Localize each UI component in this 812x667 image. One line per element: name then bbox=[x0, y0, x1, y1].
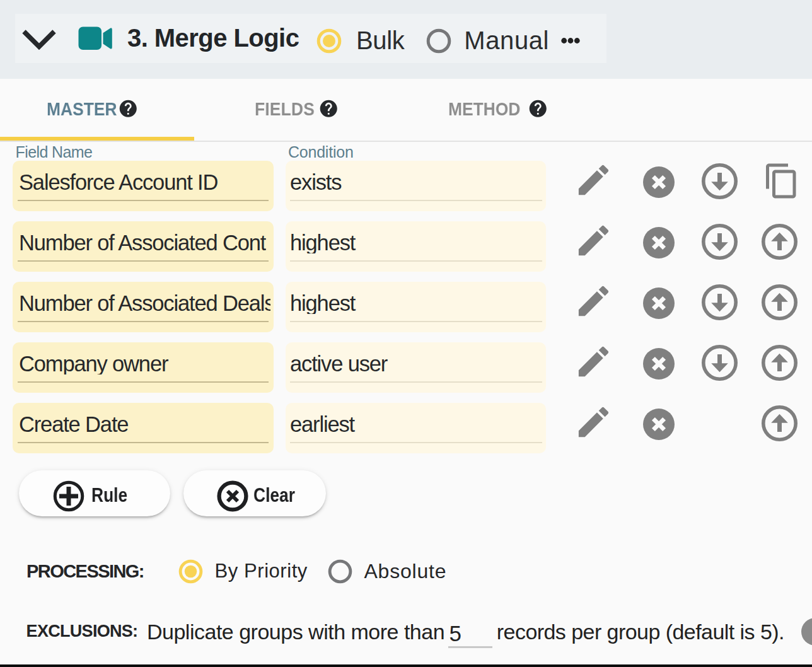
collapse-chevron-icon[interactable] bbox=[21, 29, 57, 52]
field-name-input[interactable]: Company owner bbox=[13, 342, 274, 393]
input-underline bbox=[18, 260, 269, 262]
field-name-input[interactable]: Create Date bbox=[13, 403, 274, 453]
move-rule-down-button[interactable] bbox=[702, 224, 738, 260]
edit-rule-button[interactable] bbox=[574, 221, 613, 260]
exclusions-text-before: Duplicate groups with more than bbox=[147, 621, 444, 642]
rule-row: Create Date earliest bbox=[0, 403, 812, 453]
clear-rules-label: Clear bbox=[253, 485, 295, 505]
input-underline bbox=[290, 321, 542, 322]
condition-column-label: Condition bbox=[288, 144, 354, 160]
move-rule-down-button[interactable] bbox=[702, 163, 738, 199]
bulk-radio[interactable] bbox=[316, 28, 342, 54]
input-underline bbox=[18, 381, 269, 383]
rule-row: Salesforce Account ID exists bbox=[0, 161, 812, 211]
bulk-radio-label[interactable]: Bulk bbox=[356, 28, 404, 53]
move-rule-down-button[interactable] bbox=[702, 345, 738, 381]
condition-value: earliest bbox=[290, 414, 542, 436]
tab-master-help-icon[interactable] bbox=[118, 98, 139, 119]
input-underline bbox=[290, 442, 542, 443]
condition-input[interactable]: highest bbox=[286, 282, 546, 332]
tab-method-label[interactable]: METHOD bbox=[448, 100, 520, 119]
rule-row: Number of Associated Contacts highest bbox=[0, 221, 812, 272]
move-rule-up-button[interactable] bbox=[762, 284, 798, 320]
field-name-input[interactable]: Number of Associated Contacts bbox=[13, 221, 274, 272]
rule-row: Company owner active user bbox=[0, 342, 812, 393]
input-underline bbox=[18, 442, 269, 443]
tab-bar-border bbox=[0, 141, 812, 142]
field-name-column-label: Field Name bbox=[16, 144, 93, 160]
by-priority-label[interactable]: By Priority bbox=[215, 561, 308, 581]
duplicate-rule-button[interactable] bbox=[763, 162, 801, 200]
clear-rules-button[interactable]: Clear bbox=[183, 470, 326, 516]
absolute-label[interactable]: Absolute bbox=[364, 561, 446, 581]
add-rule-button[interactable]: Rule bbox=[19, 470, 170, 516]
edit-rule-button[interactable] bbox=[574, 281, 613, 321]
field-name-value: Number of Associated Deals bbox=[19, 293, 270, 315]
exclusions-input-underline bbox=[448, 646, 492, 648]
remove-rule-button[interactable] bbox=[643, 409, 675, 440]
section-title: 3. Merge Logic bbox=[127, 25, 299, 50]
tab-method-help-icon[interactable] bbox=[528, 98, 548, 119]
tab-fields-help-icon[interactable] bbox=[318, 98, 339, 119]
remove-rule-button[interactable] bbox=[643, 166, 675, 198]
field-name-value: Create Date bbox=[19, 414, 270, 436]
plus-circle-icon bbox=[53, 480, 84, 512]
condition-value: highest bbox=[290, 293, 542, 315]
field-name-value: Number of Associated Contacts bbox=[19, 232, 266, 254]
condition-input[interactable]: active user bbox=[286, 342, 546, 393]
remove-rule-button[interactable] bbox=[643, 287, 675, 319]
condition-value: exists bbox=[290, 171, 542, 194]
remove-rule-button[interactable] bbox=[643, 348, 675, 380]
move-rule-up-button[interactable] bbox=[762, 405, 798, 441]
field-name-value: Company owner bbox=[19, 353, 270, 375]
input-underline bbox=[18, 200, 269, 201]
input-underline bbox=[290, 381, 542, 383]
condition-value: active user bbox=[290, 353, 542, 375]
add-rule-label: Rule bbox=[91, 485, 127, 505]
processing-label: PROCESSING: bbox=[26, 562, 144, 581]
exclusions-label: EXCLUSIONS: bbox=[26, 623, 138, 640]
absolute-radio[interactable] bbox=[328, 559, 352, 584]
tab-master-label[interactable]: MASTER bbox=[47, 100, 117, 119]
by-priority-radio[interactable] bbox=[178, 559, 203, 584]
field-name-input[interactable]: Salesforce Account ID bbox=[13, 161, 274, 211]
condition-input[interactable]: exists bbox=[286, 161, 546, 211]
bottom-divider bbox=[0, 664, 812, 667]
move-rule-up-button[interactable] bbox=[762, 345, 798, 381]
field-name-value: Salesforce Account ID bbox=[19, 171, 270, 194]
input-underline bbox=[290, 260, 542, 262]
edit-rule-button[interactable] bbox=[574, 160, 613, 200]
more-options-icon[interactable] bbox=[561, 37, 580, 44]
move-rule-down-button[interactable] bbox=[702, 284, 738, 320]
edit-rule-button[interactable] bbox=[574, 342, 613, 381]
condition-value: highest bbox=[290, 232, 542, 254]
exclusions-text-after: records per group (default is 5). bbox=[497, 621, 784, 642]
manual-radio-label[interactable]: Manual bbox=[464, 28, 549, 53]
x-circle-icon bbox=[217, 480, 248, 512]
video-camera-icon[interactable] bbox=[78, 26, 113, 50]
move-rule-up-button[interactable] bbox=[762, 224, 798, 260]
rule-row: Number of Associated Deals highest bbox=[0, 282, 812, 332]
condition-input[interactable]: earliest bbox=[286, 403, 546, 453]
input-underline bbox=[290, 200, 542, 201]
section-header: 3. Merge Logic Bulk Manual bbox=[15, 14, 606, 63]
remove-rule-button[interactable] bbox=[643, 227, 675, 258]
condition-input[interactable]: highest bbox=[286, 221, 546, 272]
edit-rule-button[interactable] bbox=[574, 402, 613, 442]
tab-fields-label[interactable]: FIELDS bbox=[255, 100, 315, 119]
field-name-input[interactable]: Number of Associated Deals bbox=[13, 282, 274, 332]
input-underline bbox=[18, 321, 269, 322]
manual-radio[interactable] bbox=[426, 28, 451, 54]
exclusions-count-input[interactable]: 5 bbox=[450, 622, 461, 644]
